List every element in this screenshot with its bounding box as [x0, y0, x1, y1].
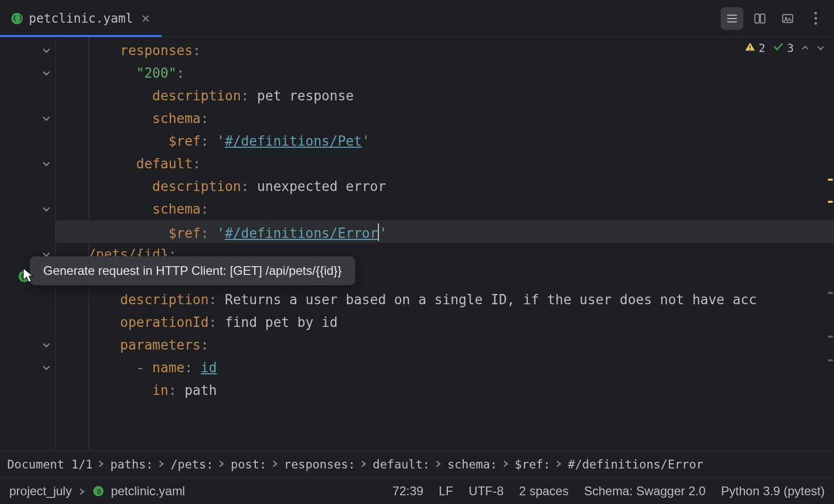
code-area[interactable]: responses: "200": description: pet respo… [56, 37, 834, 450]
gutter[interactable] [0, 37, 56, 450]
breadcrumb-item[interactable]: schema: [447, 458, 497, 471]
openapi-file-icon [11, 13, 23, 24]
svg-rect-6 [750, 49, 751, 50]
code-line[interactable]: "200": [56, 62, 834, 84]
chevron-right-icon [360, 459, 368, 470]
check-icon [773, 41, 784, 55]
more-actions-button[interactable] [804, 7, 827, 30]
chevron-right-icon [98, 459, 105, 470]
code-line[interactable]: schema: [56, 198, 834, 220]
reader-mode-button[interactable] [721, 7, 743, 30]
fold-chevron-icon[interactable] [41, 113, 51, 124]
code-line[interactable]: in: path [56, 379, 834, 402]
status-interpreter[interactable]: Python 3.9 (pytest) [721, 484, 825, 498]
status-project: project_july [9, 484, 72, 498]
stripe-marker[interactable] [828, 179, 833, 181]
openapi-file-icon [93, 486, 103, 496]
code-line[interactable]: $ref: '#/definitions/Pet' [56, 130, 834, 152]
chevron-down-icon[interactable] [816, 42, 825, 55]
tooltip-text: Generate request in HTTP Client: [GET] /… [43, 264, 342, 277]
code-line[interactable]: description: pet response [56, 84, 834, 107]
warning-icon [744, 41, 756, 55]
stripe-marker[interactable] [828, 336, 833, 338]
chevron-up-icon[interactable] [801, 42, 809, 55]
code-line[interactable]: parameters: [56, 334, 834, 356]
weak-warnings-indicator[interactable]: 3 [773, 41, 794, 55]
tab-bar: petclinic.yaml [0, 0, 834, 37]
editor-tab[interactable]: petclinic.yaml [0, 0, 162, 37]
breadcrumb-item[interactable]: responses: [284, 458, 355, 471]
chevron-right-icon [79, 484, 86, 498]
status-line-col[interactable]: 72:39 [392, 484, 423, 498]
tab-tools [721, 7, 834, 30]
code-line[interactable]: responses: [56, 39, 834, 62]
generate-http-request-icon[interactable] [19, 271, 30, 282]
svg-rect-5 [750, 45, 751, 48]
status-encoding[interactable]: UTF-8 [468, 484, 503, 498]
http-client-tooltip: Generate request in HTTP Client: [GET] /… [30, 256, 355, 285]
status-schema[interactable]: Schema: Swagger 2.0 [584, 484, 705, 498]
status-line-separator[interactable]: LF [439, 484, 453, 498]
svg-rect-1 [760, 14, 765, 23]
error-stripe[interactable] [827, 37, 834, 450]
chevron-right-icon [555, 459, 563, 470]
code-line[interactable]: operationId: find pet by id [56, 311, 834, 334]
warnings-indicator[interactable]: 2 [744, 41, 766, 55]
breadcrumb-item[interactable]: #/definitions/Error [568, 458, 703, 471]
code-line[interactable]: $ref: '#/definitions/Error' [56, 220, 834, 243]
breadcrumb-item[interactable]: Document 1/1 [7, 458, 93, 471]
chevron-right-icon [435, 459, 442, 470]
fold-chevron-icon[interactable] [41, 340, 51, 350]
fold-chevron-icon[interactable] [41, 159, 51, 169]
stripe-marker[interactable] [828, 359, 833, 361]
breadcrumbs[interactable]: Document 1/1paths:/pets:post:responses:d… [0, 450, 834, 477]
chevron-right-icon [218, 459, 225, 470]
warnings-count: 2 [759, 42, 766, 55]
text-caret [378, 223, 379, 241]
inspections-widget[interactable]: 2 3 [744, 41, 825, 55]
fold-chevron-icon[interactable] [41, 204, 51, 214]
breadcrumb-item[interactable]: post: [231, 458, 266, 471]
editor[interactable]: responses: "200": description: pet respo… [0, 37, 834, 450]
tab-filename: petclinic.yaml [29, 11, 133, 26]
chevron-right-icon [272, 459, 279, 470]
code-line[interactable]: - name: id [56, 356, 834, 379]
weak-warnings-count: 3 [787, 42, 794, 55]
code-line[interactable]: schema: [56, 107, 834, 130]
preview-button[interactable] [776, 7, 799, 30]
breadcrumb-item[interactable]: $ref: [515, 458, 550, 471]
fold-chevron-icon[interactable] [41, 68, 51, 78]
code-line[interactable]: description: Returns a user based on a s… [56, 288, 834, 311]
breadcrumb-item[interactable]: default: [373, 458, 430, 471]
split-editor-button[interactable] [749, 7, 771, 30]
breadcrumb-item[interactable]: /pets: [170, 458, 213, 471]
kebab-icon [814, 12, 817, 25]
breadcrumb-item[interactable]: paths: [110, 458, 153, 471]
chevron-right-icon [502, 459, 510, 470]
fold-chevron-icon[interactable] [41, 362, 51, 373]
status-path[interactable]: project_july petclinic.yaml [9, 484, 185, 498]
close-icon[interactable] [139, 12, 152, 25]
code-line[interactable]: default: [56, 152, 834, 175]
fold-chevron-icon[interactable] [41, 45, 51, 56]
code-line[interactable]: description: unexpected error [56, 175, 834, 198]
chevron-right-icon [158, 459, 165, 470]
status-bar: project_july petclinic.yaml 72:39 LF UTF… [0, 477, 834, 504]
svg-rect-0 [755, 14, 759, 23]
status-indent[interactable]: 2 spaces [519, 484, 568, 498]
stripe-marker[interactable] [828, 201, 833, 203]
stripe-marker[interactable] [828, 292, 833, 294]
status-filename: petclinic.yaml [111, 484, 185, 498]
